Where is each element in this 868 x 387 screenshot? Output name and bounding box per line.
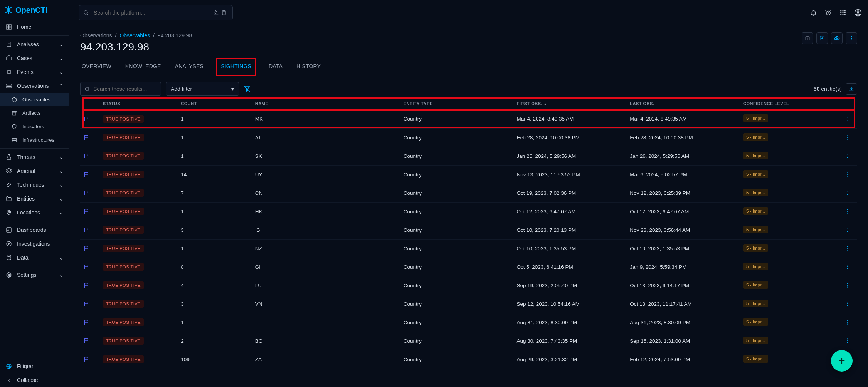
confidence-badge: 5 - Impr... xyxy=(743,300,768,307)
nav-locations[interactable]: Locations ⌄ xyxy=(0,206,69,219)
cell-count: 4 xyxy=(178,276,252,295)
table-row[interactable]: TRUE POSITIVE7CNCountryOct 19, 2023, 7:0… xyxy=(80,184,857,202)
table-row[interactable]: TRUE POSITIVE2BGCountryAug 30, 2023, 7:4… xyxy=(80,332,857,350)
bank-button[interactable] xyxy=(802,32,813,44)
row-menu-button[interactable] xyxy=(841,202,857,221)
tab-history[interactable]: HISTORY xyxy=(295,58,322,75)
table-row[interactable]: TRUE POSITIVE8GHCountryOct 5, 2023, 6:41… xyxy=(80,258,857,276)
global-search[interactable] xyxy=(79,5,233,20)
row-menu-button[interactable] xyxy=(841,184,857,202)
table-row[interactable]: TRUE POSITIVE109ZACountryAug 29, 2023, 3… xyxy=(80,350,857,369)
nav-home[interactable]: Home xyxy=(0,20,69,34)
table-row[interactable]: TRUE POSITIVE3VNCountrySep 12, 2023, 10:… xyxy=(80,295,857,313)
crumb-root[interactable]: Observations xyxy=(80,32,112,39)
results-search[interactable] xyxy=(80,82,161,96)
svg-point-20 xyxy=(7,241,11,246)
svg-rect-31 xyxy=(844,10,846,11)
nav-observations[interactable]: Observations ⌃ xyxy=(0,79,69,93)
nav-threats[interactable]: Threats ⌄ xyxy=(0,150,69,164)
row-menu-button[interactable] xyxy=(841,258,857,276)
col-entity-type[interactable]: ENTITY TYPE xyxy=(400,97,514,110)
table-row[interactable]: TRUE POSITIVE1SKCountryJan 26, 2024, 5:2… xyxy=(80,147,857,165)
tab-sightings[interactable]: SIGHTINGS xyxy=(216,58,256,76)
results-search-input[interactable] xyxy=(93,86,161,92)
sub-observables[interactable]: Observables xyxy=(0,93,69,106)
sub-indicators[interactable]: Indicators xyxy=(0,120,69,133)
apps-icon[interactable] xyxy=(839,9,847,16)
nav-entities[interactable]: Entities ⌄ xyxy=(0,192,69,206)
sub-infrastructures[interactable]: Infrastructures xyxy=(0,133,69,147)
table-row[interactable]: TRUE POSITIVE1ATCountryFeb 28, 2024, 10:… xyxy=(80,128,857,147)
cloud-button[interactable] xyxy=(831,32,843,44)
table-row[interactable]: TRUE POSITIVE14UYCountryNov 13, 2023, 11… xyxy=(80,165,857,184)
col-name[interactable]: NAME xyxy=(252,97,400,110)
brand-text: OpenCTI xyxy=(15,6,47,15)
cell-first-obs: Feb 28, 2024, 10:00:38 PM xyxy=(513,128,627,147)
nav-investigations[interactable]: Investigations xyxy=(0,237,69,251)
tab-analyses[interactable]: ANALYSES xyxy=(173,58,205,75)
cell-name: UY xyxy=(252,165,400,184)
row-menu-button[interactable] xyxy=(841,147,857,165)
nav-analyses[interactable]: Analyses ⌄ xyxy=(0,37,69,51)
tab-overview[interactable]: OVERVIEW xyxy=(80,58,113,75)
enrich-button[interactable] xyxy=(816,32,828,44)
row-menu-button[interactable] xyxy=(841,110,857,128)
status-badge: TRUE POSITIVE xyxy=(103,134,144,141)
table-row[interactable]: TRUE POSITIVE1ILCountryAug 31, 2023, 8:3… xyxy=(80,313,857,332)
table-row[interactable]: TRUE POSITIVE4LUCountrySep 19, 2023, 2:0… xyxy=(80,276,857,295)
cell-last-obs: Oct 13, 2023, 11:17:41 AM xyxy=(627,295,740,313)
status-badge: TRUE POSITIVE xyxy=(103,355,144,363)
svg-marker-12 xyxy=(12,97,17,102)
col-first-obs[interactable]: FIRST OBS. xyxy=(513,97,627,110)
brand-logo[interactable]: OpenCTI xyxy=(0,0,69,20)
col-last-obs[interactable]: LAST OBS. xyxy=(627,97,740,110)
row-menu-button[interactable] xyxy=(841,313,857,332)
table-row[interactable]: TRUE POSITIVE1HKCountryOct 12, 2023, 6:4… xyxy=(80,202,857,221)
topbar xyxy=(69,0,868,25)
nav-techniques[interactable]: Techniques ⌄ xyxy=(0,178,69,192)
col-status[interactable]: STATUS xyxy=(100,97,178,110)
svg-rect-10 xyxy=(7,84,11,85)
col-count[interactable]: COUNT xyxy=(178,97,252,110)
home-icon xyxy=(5,24,12,30)
row-menu-button[interactable] xyxy=(841,165,857,184)
nav-events[interactable]: Events ⌄ xyxy=(0,65,69,79)
table-row[interactable]: TRUE POSITIVE1NZCountryOct 10, 2023, 1:3… xyxy=(80,239,857,258)
status-badge: TRUE POSITIVE xyxy=(103,189,144,197)
nav-cases[interactable]: Cases ⌄ xyxy=(0,51,69,65)
table-row[interactable]: TRUE POSITIVE3ISCountryOct 10, 2023, 7:2… xyxy=(80,221,857,239)
global-search-input[interactable] xyxy=(91,10,213,16)
nav-settings[interactable]: Settings ⌄ xyxy=(0,268,69,282)
row-menu-button[interactable] xyxy=(841,239,857,258)
table-row[interactable]: TRUE POSITIVE1MKCountryMar 4, 2024, 8:49… xyxy=(80,110,857,128)
footer-collapse[interactable]: ‹ Collapse xyxy=(0,373,69,387)
fab-add-button[interactable]: + xyxy=(831,350,853,372)
nav-observations-label: Observations xyxy=(17,83,49,89)
row-menu-button[interactable] xyxy=(841,295,857,313)
download-button[interactable] xyxy=(846,83,857,95)
more-button[interactable] xyxy=(846,32,857,44)
clear-filters-button[interactable] xyxy=(244,85,251,92)
crumb-observables[interactable]: Observables xyxy=(119,32,150,39)
bell-icon[interactable] xyxy=(810,9,818,16)
nav-data[interactable]: Data ⌄ xyxy=(0,251,69,265)
add-filter-select[interactable]: Add filter ▾ xyxy=(166,82,239,96)
sub-artifacts[interactable]: Artifacts xyxy=(0,106,69,120)
microscope-icon[interactable] xyxy=(213,10,221,16)
footer-filigran[interactable]: Filigran xyxy=(0,359,69,373)
nav-arsenal[interactable]: Arsenal ⌄ xyxy=(0,164,69,178)
cell-last-obs: Oct 13, 2023, 9:14:17 PM xyxy=(627,276,740,295)
row-menu-button[interactable] xyxy=(841,332,857,350)
clipboard-icon[interactable] xyxy=(221,10,229,16)
status-badge: TRUE POSITIVE xyxy=(103,281,144,289)
alarm-icon[interactable] xyxy=(825,9,833,16)
row-menu-button[interactable] xyxy=(841,128,857,147)
user-icon[interactable] xyxy=(854,9,862,17)
tab-data[interactable]: DATA xyxy=(267,58,284,75)
col-confidence[interactable]: CONFIDENCE LEVEL xyxy=(740,97,841,110)
tab-knowledge[interactable]: KNOWLEDGE xyxy=(124,58,163,75)
svg-rect-37 xyxy=(844,14,846,15)
nav-dashboards[interactable]: Dashboards xyxy=(0,223,69,237)
row-menu-button[interactable] xyxy=(841,276,857,295)
row-menu-button[interactable] xyxy=(841,221,857,239)
